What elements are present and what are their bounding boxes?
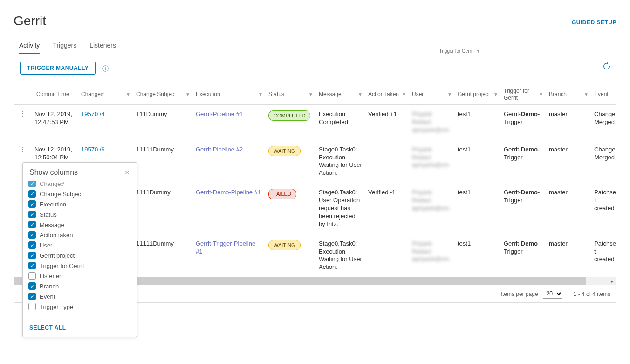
cell-event: Change Merged [591,144,616,179]
checkbox-label[interactable]: Trigger Type [40,303,73,310]
status-badge: FAILED [268,189,296,199]
col-status[interactable]: Status [268,91,284,97]
caret-down-icon: ▼ [476,49,480,54]
column-checkbox-row[interactable]: ✓ Message [28,220,131,230]
filter-icon[interactable]: ▼ [358,92,363,97]
filter-icon[interactable]: ▼ [402,92,406,97]
close-icon[interactable]: ✕ [124,169,130,176]
items-per-page-label: Items per page [501,291,538,297]
refresh-icon[interactable] [603,62,611,70]
checkbox-label[interactable]: Listener [40,273,61,280]
checkbox-label[interactable]: Gerrit project [40,252,75,259]
checkbox-label[interactable]: Event [40,293,55,300]
cell-project: test1 [455,187,501,230]
cell-project: test1 [455,144,501,179]
filter-icon[interactable]: ▼ [185,92,190,97]
cell-project: test1 [455,238,501,274]
select-all-button[interactable]: SELECT ALL [29,324,66,331]
cell-user: Priyank Redactapriyank@vm [409,238,455,274]
cell-user: Priyank Redactapriyank@vm [409,144,455,179]
col-change[interactable]: Change# [81,91,104,97]
filter-tooltip: Trigger for Gerrit▼ [439,48,480,54]
checkbox[interactable]: ✓ [28,200,36,208]
svg-point-2 [105,67,106,68]
col-event[interactable]: Event [594,91,609,97]
cell-user: Priyank Redactapriyank@vm [409,187,455,230]
filter-icon[interactable]: ▼ [258,92,263,97]
column-checkbox-row[interactable]: ✓ Event [28,291,131,302]
checkbox[interactable]: ✓ [28,262,36,269]
checkbox[interactable]: ✓ [28,211,36,218]
column-checkbox-row[interactable]: ✓ Trigger for Gerrit [28,261,131,271]
filter-icon[interactable]: ▼ [493,92,498,97]
cell-user: Priyank Redactapriyank@vm [409,109,455,136]
checkbox[interactable]: ✓ [28,293,36,300]
filter-icon[interactable]: ▼ [308,92,313,97]
trigger-manually-button[interactable]: TRIGGER MANUALLY [20,62,96,75]
cell-execution-link[interactable]: Gerrit-Pipeline #2 [193,144,266,179]
checkbox-label[interactable]: Trigger for Gerrit [40,262,84,269]
page-title: Gerrit [14,14,616,28]
col-user[interactable]: User [412,91,424,97]
col-subject[interactable]: Change Subject [136,91,176,97]
info-icon[interactable] [102,64,109,72]
checkbox[interactable]: ✓ [28,190,36,198]
checkbox-label[interactable]: Branch [40,283,59,290]
col-message[interactable]: Message [319,91,342,97]
scroll-right-icon[interactable]: ► [609,277,616,285]
checkbox-label[interactable]: User [40,242,52,249]
checkbox-label[interactable]: Action taken [40,232,73,239]
row-actions-menu[interactable]: ⋮ [14,109,32,136]
col-trigger[interactable]: Trigger for Gerrit [504,88,543,101]
column-checkbox-row[interactable]: ✓ Gerrit project [28,250,131,261]
tab-triggers[interactable]: Triggers [53,38,76,54]
status-badge: COMPLETED [268,110,310,121]
tab-activity[interactable]: Activity [19,38,40,54]
col-project[interactable]: Gerrit project [458,91,490,97]
popover-title: Show columns [29,168,124,177]
column-checkbox-row[interactable]: Listener [28,271,131,281]
cell-execution-link[interactable]: Gerrit-Pipeline #1 [193,109,266,136]
filter-icon[interactable]: ▼ [584,92,589,97]
column-checkbox-row[interactable]: ✓ Execution [28,199,131,209]
column-checkbox-row[interactable]: ✓ Status [28,209,131,220]
cell-event: Patchset created [591,238,616,274]
checkbox[interactable]: ✓ [28,252,36,259]
filter-icon[interactable]: ▼ [539,92,543,97]
cell-change-link[interactable]: 19570 /4 [78,109,133,136]
checkbox[interactable]: ✓ [28,181,36,187]
col-branch[interactable]: Branch [549,91,567,97]
filter-icon[interactable]: ▼ [126,92,130,97]
column-checkbox-row[interactable]: ✓ Action taken [28,230,131,240]
page-size-select[interactable]: 20 [543,289,562,299]
checkbox[interactable]: ✓ [28,241,36,249]
cell-execution-link[interactable]: Gerrit-Trigger-Pipeline #1 [193,238,266,274]
checkbox[interactable]: ✓ [28,221,36,228]
column-checkbox-row[interactable]: Trigger Type [28,302,131,312]
cell-trigger: Gerrit-Demo-Trigger [501,144,546,179]
checkbox-label[interactable]: Status [40,211,57,218]
checkbox[interactable] [28,272,36,280]
cell-action [365,238,409,274]
column-checkbox-row[interactable]: ✓ Change# [28,181,131,189]
tab-listeners[interactable]: Listeners [89,38,116,54]
checkbox[interactable]: ✓ [28,231,36,239]
col-action[interactable]: Action taken [368,91,399,97]
checkbox-label[interactable]: Change Subject [40,191,83,198]
cell-execution-link[interactable]: Gerrit-Demo-Pipeline #1 [193,187,266,230]
column-checkbox-row[interactable]: ✓ User [28,240,131,250]
column-checkbox-row[interactable]: ✓ Branch [28,281,131,291]
col-execution[interactable]: Execution [196,91,220,97]
cell-trigger: Gerrit-Demo-Trigger [501,109,546,136]
checkbox[interactable] [28,303,36,310]
guided-setup-link[interactable]: GUIDED SETUP [572,19,616,26]
checkbox-label[interactable]: Execution [40,201,66,208]
filter-icon[interactable]: ▼ [447,92,452,97]
column-checkbox-row[interactable]: ✓ Change Subject [28,189,131,199]
table-row: ⋮ Nov 12, 2019, 12:47:53 PM 19570 /4 111… [14,105,616,140]
checkbox[interactable]: ✓ [28,282,36,290]
col-commit-time[interactable]: Commit Time [36,91,69,97]
cell-branch: master [546,109,591,136]
checkbox-label[interactable]: Change# [40,181,64,187]
checkbox-label[interactable]: Message [40,221,64,228]
